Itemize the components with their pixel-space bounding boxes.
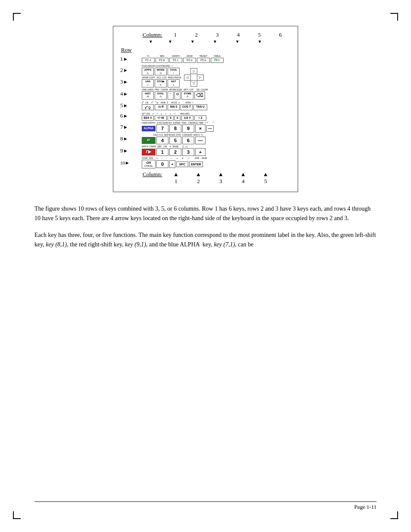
key-f1a: Y= F1 A [142, 55, 155, 63]
row-label-2: 2▶ [120, 67, 142, 74]
body-paragraph-1: The figure shows 10 rows of keys combine… [34, 204, 377, 223]
row-label-10: 10▶ [120, 160, 142, 165]
col-footer-up-5: ▲5 [255, 171, 277, 185]
col-header-label: Column: [143, 31, 162, 38]
kb-row-3: 3▶ UPDIR COPY RCL CUT PREV PASTE VARJ ST… [120, 76, 181, 87]
footer-line [34, 501, 377, 502]
row-3-keys: UPDIR COPY RCL CUT PREV PASTE VARJ STO▶K… [142, 76, 181, 87]
row-9-keys: ARITH CMPIX DEF LIB # BASE { } «» Γ▶ 1 2… [142, 145, 291, 156]
col-footer-up-3: ▲3 [210, 171, 232, 185]
page-number: Page 1-11 [354, 504, 377, 510]
row-label-6: 6▶ [120, 112, 142, 119]
down-arrow-1: ▼ [143, 39, 159, 44]
key-f5e: TBLSET F5 E [197, 55, 210, 63]
down-arrow-2: ▼ [159, 39, 181, 44]
down-arrow-5: ▼ [226, 39, 249, 44]
row-label-1: 1▶ [120, 56, 142, 62]
down-arrow-6: ▼ [249, 39, 271, 44]
kb-row-6: 6▶ 10x LOG ≠ = ≤ < ≥ > ABS ARG EEX V +/−… [120, 111, 291, 121]
key-f4d: 2D/3D F4 D [183, 55, 196, 63]
row-7-keys: USER ENTRY S.SIV NUM.SIV EXP&N TRIG FINA… [142, 121, 291, 132]
col-num-2: 2 [186, 31, 207, 38]
nav-left-key: ◁ [184, 75, 191, 81]
kb-row-9: 9▶ ARITH CMPIX DEF LIB # BASE { } «» Γ▶ … [120, 145, 291, 156]
col-num-6: 6 [270, 31, 291, 38]
col-footer-up-2: ▲2 [187, 171, 210, 185]
nav-right-key: ▷ [197, 75, 204, 81]
nav-up-key: △ [190, 68, 197, 74]
row-5-keys: ex LN x2 x√y ASIN Σ ACOS ∂ ATAN / yx Q √… [142, 100, 291, 110]
row-1-keys: Y= F1 A WIN F2 B GRAPH F3 C 2D/3D F4 D T… [142, 55, 291, 63]
row-4-keys: CMD UNDO PRG CHARS MTRW EQW MTH CAT DE: … [142, 88, 291, 100]
col-footer: Column: ▲1 ▲2 ▲3 ▲4 ▲5 [120, 171, 291, 185]
row-label-3: 3▶ [120, 78, 142, 85]
col-footer-up-4: ▲4 [232, 171, 255, 185]
kb-row-7: 7▶ USER ENTRY S.SIV NUM.SIV EXP&N TRIG F… [120, 121, 291, 132]
key-ref-2: key (9,1) [125, 241, 146, 248]
nav-cluster: △ ◁ ▷ ▽ [184, 68, 204, 87]
kb-row-5: 5▶ ex LN x2 x√y ASIN Σ ACOS ∂ ATAN / yx … [120, 100, 291, 110]
row-2-keys: FILES BEGIN CUSTOM END I APPSG MODEH TOO… [142, 65, 181, 75]
rows-2-3-section: 2▶ FILES BEGIN CUSTOM END I APPSG MODEH … [120, 65, 291, 88]
kb-row-2: 2▶ FILES BEGIN CUSTOM END I APPSG MODEH … [120, 65, 181, 75]
col-num-4: 4 [228, 31, 249, 38]
col-num-5: 5 [249, 31, 270, 38]
col-header-top: Column: 1 2 3 4 5 6 [120, 31, 291, 38]
key-f3c: GRAPH F3 C [169, 55, 182, 63]
row-label-8: 8▶ [120, 135, 142, 142]
row-label: Row [120, 47, 291, 53]
kb-row-8: 8▶ CALC A.G MATRICES STAT CONVERT UNITS … [120, 134, 291, 144]
nav-down-key: ▽ [190, 81, 197, 87]
row-label-9: 9▶ [120, 147, 142, 154]
row-label-4: 4▶ [120, 90, 142, 97]
col-footer-label: Column: [143, 171, 162, 178]
row-label-7: 7▶ [120, 124, 142, 131]
row-8-keys: CALC A.G MATRICES STAT CONVERT UNITS { }… [142, 134, 291, 144]
row-6-keys: 10x LOG ≠ = ≤ < ≥ > ABS ARG EEX V +/−W X… [142, 112, 291, 121]
kb-row-4: 4▶ CMD UNDO PRG CHARS MTRW EQW MTH CAT D… [120, 88, 291, 100]
key-f2b: WIN F2 B [156, 55, 168, 63]
down-arrow-4: ▼ [204, 39, 226, 44]
col-num-1: 1 [165, 31, 186, 38]
key-f6f: TABLE F6 F [211, 55, 224, 63]
col-num-3: 3 [207, 31, 228, 38]
kb-row-10: 10▶ CONT OFF ∞ → :: ← » π » ANS →NUM ON … [120, 157, 291, 168]
row-10-keys: CONT OFF ∞ → :: ← » π » ANS →NUM ON CANC… [142, 157, 291, 168]
body-paragraph-2: Each key has three, four, or five functi… [34, 230, 377, 249]
key-ref-3: key (7,1) [214, 241, 235, 248]
row-label-5: 5▶ [120, 102, 142, 109]
key-ref-1: key (8,1) [46, 241, 67, 248]
down-arrow-row: ▼ ▼ ▼ ▼ ▼ ▼ [120, 39, 291, 44]
col-footer-up-1: ▲1 [165, 171, 187, 185]
down-arrow-3: ▼ [181, 39, 204, 44]
keyboard-diagram: Column: 1 2 3 4 5 6 ▼ ▼ ▼ ▼ ▼ ▼ Row 1▶ [113, 26, 298, 192]
kb-row-1: 1▶ Y= F1 A WIN F2 B GRAPH F3 C 2D/3D F4 … [120, 54, 291, 64]
